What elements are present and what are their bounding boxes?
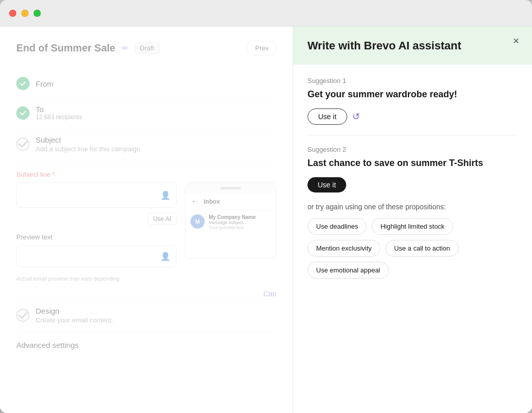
suggestion-divider xyxy=(307,135,518,135)
suggestion-2-text: Last chance to save on summer T-Shirts xyxy=(307,157,518,169)
close-button[interactable]: ✕ xyxy=(509,34,523,48)
maximize-dot[interactable] xyxy=(34,10,41,17)
refresh-icon-1[interactable]: ↺ xyxy=(352,111,360,122)
use-it-button-1[interactable]: Use it xyxy=(307,108,347,125)
overlay xyxy=(0,26,293,413)
suggestion-2: Suggestion 2 Last chance to save on summ… xyxy=(307,146,518,192)
proposition-chip-1[interactable]: Highlight limited stock xyxy=(372,218,453,235)
proposition-chip-3[interactable]: Use a call to action xyxy=(385,240,459,257)
close-dot[interactable] xyxy=(9,10,16,17)
ai-panel-title: Write with Brevo AI assistant xyxy=(307,39,518,53)
minimize-dot[interactable] xyxy=(21,10,29,17)
propositions-grid: Use deadlinesHighlight limited stockMent… xyxy=(307,218,518,279)
suggestion-1-actions: Use it ↺ xyxy=(307,108,518,125)
app-window: End of Summer Sale ✏ Draft Prev From xyxy=(0,0,532,413)
suggestion-1: Suggestion 1 Get your summer wardrobe re… xyxy=(307,77,518,125)
window-controls xyxy=(9,10,41,17)
ai-panel-body: Suggestion 1 Get your summer wardrobe re… xyxy=(293,65,532,413)
propositions-area: or try again using one of these proposit… xyxy=(307,203,518,279)
ai-panel-header: Write with Brevo AI assistant ✕ xyxy=(293,26,532,65)
propositions-label: or try again using one of these proposit… xyxy=(307,203,518,211)
suggestion-2-label: Suggestion 2 xyxy=(307,146,518,153)
use-it-button-2[interactable]: Use it xyxy=(307,177,346,192)
suggestion-1-label: Suggestion 1 xyxy=(307,77,518,85)
suggestion-1-text: Get your summer wardrobe ready! xyxy=(307,89,518,100)
title-bar xyxy=(0,0,532,26)
proposition-chip-0[interactable]: Use deadlines xyxy=(307,218,367,235)
proposition-chip-2[interactable]: Mention exclusivity xyxy=(307,240,380,257)
ai-panel: Write with Brevo AI assistant ✕ Suggesti… xyxy=(293,26,532,413)
suggestion-2-actions: Use it xyxy=(307,177,518,192)
main-content: End of Summer Sale ✏ Draft Prev From xyxy=(0,26,532,413)
proposition-chip-4[interactable]: Use emotional appeal xyxy=(307,262,389,279)
